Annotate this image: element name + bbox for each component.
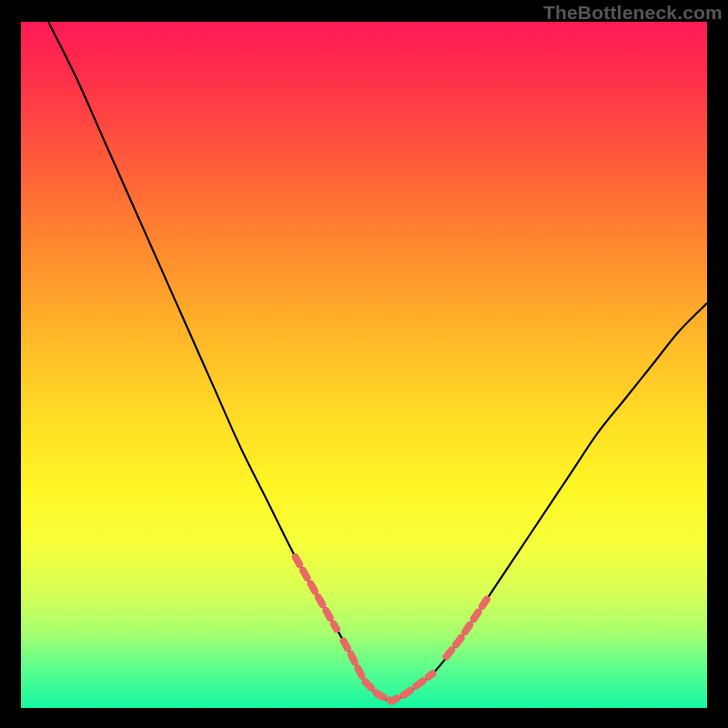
highlight-segment: [446, 598, 487, 656]
chart-frame: [21, 22, 707, 708]
highlight-segment: [296, 557, 337, 629]
chart-svg: [21, 22, 707, 708]
highlight-segment: [343, 641, 432, 701]
highlight-band: [296, 557, 488, 701]
watermark-text: TheBottleneck.com: [543, 2, 723, 24]
curve-path: [48, 22, 707, 701]
